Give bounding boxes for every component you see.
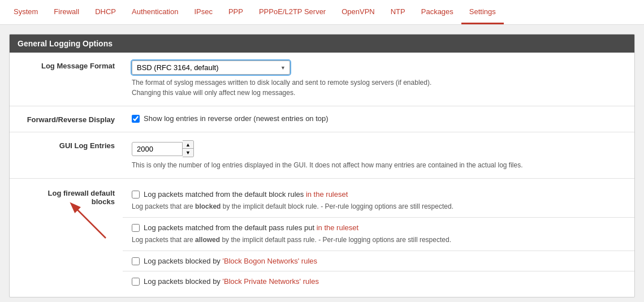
log-firewall-block-rules-help-bold: blocked	[195, 202, 221, 210]
top-navigation: System Firewall DHCP Authentication IPse…	[0, 0, 644, 25]
log-firewall-bogon-link[interactable]: 'Block Bogon Networks' rules	[222, 257, 317, 265]
log-firewall-block-rules-help: Log packets that are blocked by the impl…	[132, 201, 625, 212]
log-firewall-block-rules-label[interactable]: Log packets matched from the default blo…	[132, 190, 625, 199]
log-firewall-row: Log firewall default blocks	[10, 179, 634, 297]
forward-reverse-checkbox-label[interactable]: Show log entries in reverse order (newes…	[132, 114, 625, 123]
general-logging-options-section: General Logging Options Log Message Form…	[9, 34, 635, 297]
log-firewall-pass-rules-text: Log packets matched from the default pas…	[144, 223, 358, 232]
log-firewall-content: Log packets matched from the default blo…	[123, 184, 634, 291]
gui-log-entries-label: GUI Log Entries	[10, 138, 123, 152]
forward-reverse-label: Forward/Reverse Display	[10, 112, 123, 126]
nav-system[interactable]: System	[6, 0, 46, 24]
nav-firewall[interactable]: Firewall	[46, 0, 87, 24]
gui-log-entries-decrement[interactable]: ▼	[183, 149, 193, 157]
forward-reverse-row: Forward/Reverse Display Show log entries…	[10, 106, 634, 132]
log-firewall-private-checkbox[interactable]	[132, 278, 140, 286]
forward-reverse-checkbox[interactable]	[132, 115, 140, 123]
log-firewall-pass-rules-checkbox[interactable]	[132, 224, 140, 232]
log-message-format-content: BSD (RFC 3164, default) Syslog (RFC 5424…	[123, 58, 634, 100]
log-firewall-sub-row-1: Log packets matched from the default blo…	[123, 184, 634, 218]
forward-reverse-checkbox-text: Show log entries in reverse order (newes…	[144, 114, 329, 123]
log-firewall-pass-rules-help-bold: allowed	[195, 236, 220, 244]
gui-log-entries-increment[interactable]: ▲	[183, 141, 193, 149]
forward-reverse-content: Show log entries in reverse order (newes…	[123, 112, 634, 125]
gui-log-entries-row: GUI Log Entries ▲ ▼ This is only the num…	[10, 132, 634, 179]
log-firewall-block-rules-text: Log packets matched from the default blo…	[144, 190, 348, 199]
gui-log-entries-input[interactable]	[132, 142, 183, 156]
log-firewall-bogon-label[interactable]: Log packets blocked by 'Block Bogon Netw…	[132, 257, 625, 265]
nav-packages[interactable]: Packages	[413, 0, 461, 24]
log-message-format-select-wrapper: BSD (RFC 3164, default) Syslog (RFC 5424…	[132, 61, 290, 75]
log-firewall-label-line1: Log firewall default	[48, 189, 115, 197]
log-message-format-help2: Changing this value will only affect new…	[132, 89, 295, 97]
section-header: General Logging Options	[10, 34, 634, 53]
log-firewall-bogon-checkbox[interactable]	[132, 257, 140, 265]
log-firewall-pass-rules-help: Log packets that are allowed by the impl…	[132, 235, 625, 245]
svg-line-1	[72, 204, 106, 238]
log-message-format-label: Log Message Format	[10, 58, 123, 72]
log-firewall-label-line2: blocks	[92, 197, 115, 206]
nav-ntp[interactable]: NTP	[383, 0, 413, 24]
section-title: General Logging Options	[18, 39, 113, 48]
log-firewall-private-label[interactable]: Log packets blocked by 'Block Private Ne…	[132, 277, 625, 286]
gui-log-entries-stepper: ▲ ▼	[183, 140, 194, 157]
gui-log-entries-input-wrapper: ▲ ▼	[132, 140, 625, 157]
log-firewall-sub-row-3: Log packets blocked by 'Block Bogon Netw…	[123, 251, 634, 271]
log-firewall-block-rules-checkbox[interactable]	[132, 191, 140, 199]
log-message-format-select[interactable]: BSD (RFC 3164, default) Syslog (RFC 5424…	[132, 61, 290, 75]
log-message-format-help1: The format of syslog messages written to…	[132, 79, 431, 87]
nav-pppoe-l2tp[interactable]: PPPoE/L2TP Server	[251, 0, 334, 24]
log-firewall-pass-rules-label[interactable]: Log packets matched from the default pas…	[132, 223, 625, 232]
gui-log-entries-help: This is only the number of log entries d…	[132, 160, 625, 170]
nav-dhcp[interactable]: DHCP	[87, 0, 124, 24]
log-firewall-bogon-text: Log packets blocked by 'Block Bogon Netw…	[144, 257, 317, 265]
nav-ppp[interactable]: PPP	[221, 0, 251, 24]
nav-settings[interactable]: Settings	[461, 0, 504, 24]
log-firewall-sub-row-4: Log packets blocked by 'Block Private Ne…	[123, 271, 634, 291]
main-content: General Logging Options Log Message Form…	[0, 25, 644, 302]
log-firewall-private-text: Log packets blocked by 'Block Private Ne…	[144, 277, 319, 286]
log-message-format-help: The format of syslog messages written to…	[132, 77, 625, 98]
log-firewall-block-rules-link[interactable]: in the ruleset	[306, 190, 348, 199]
log-firewall-sub-row-2: Log packets matched from the default pas…	[123, 218, 634, 251]
log-firewall-private-link[interactable]: 'Block Private Networks' rules	[222, 277, 318, 286]
nav-ipsec[interactable]: IPsec	[186, 0, 221, 24]
nav-authentication[interactable]: Authentication	[124, 0, 186, 24]
nav-openvpn[interactable]: OpenVPN	[334, 0, 383, 24]
log-message-format-row: Log Message Format BSD (RFC 3164, defaul…	[10, 53, 634, 106]
gui-log-entries-content: ▲ ▼ This is only the number of log entri…	[123, 138, 634, 172]
log-firewall-label: Log firewall default blocks	[10, 184, 123, 208]
log-firewall-pass-rules-link[interactable]: in the ruleset	[317, 223, 358, 232]
